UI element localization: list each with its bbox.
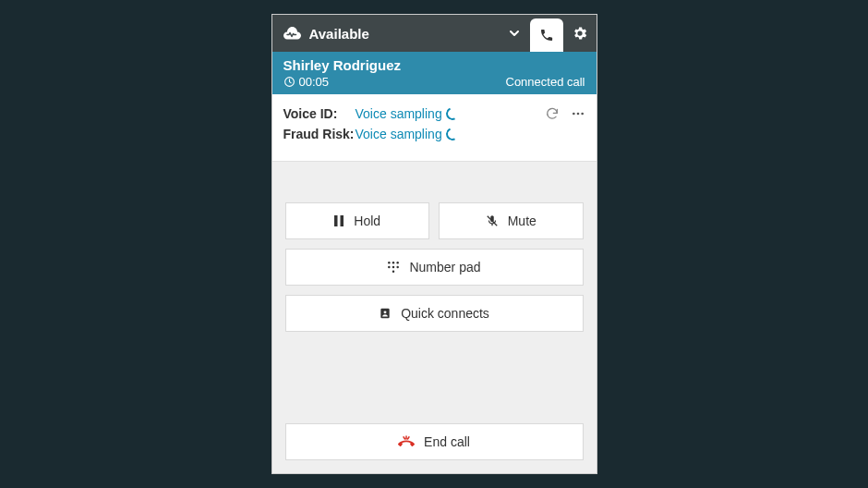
clock-icon [283,76,295,88]
more-menu-button[interactable] [571,106,585,121]
quick-connects-label: Quick connects [401,306,489,321]
svg-point-12 [397,266,399,268]
hold-label: Hold [354,214,380,228]
call-timer: 00:05 [283,75,402,89]
heartbeat-cloud-icon [282,26,302,41]
svg-rect-5 [341,215,344,226]
call-status: Connected call [506,75,585,89]
number-pad-label: Number pad [409,260,480,274]
contacts-icon [379,307,392,320]
status-dropdown-toggle[interactable] [508,15,530,52]
voice-id-value: Voice sampling [356,106,459,121]
svg-point-2 [576,113,579,116]
voice-id-panel: Voice ID: Voice sampling Fraud Risk: Voi… [272,94,597,162]
quick-connects-button[interactable]: Quick connects [285,295,584,332]
svg-point-1 [573,113,575,116]
svg-rect-4 [334,215,338,226]
controls-area: Hold Mute Number pad [272,162,597,473]
refresh-button[interactable] [545,106,560,121]
status-label: Available [309,26,369,42]
svg-point-7 [389,262,391,263]
end-call-button[interactable]: End call [285,423,584,460]
svg-point-3 [581,113,584,116]
status-selector[interactable]: Available [272,15,508,52]
svg-point-13 [392,270,394,272]
header-bar: Available [272,15,597,52]
svg-point-11 [392,266,394,268]
svg-point-9 [397,262,399,263]
chevron-down-icon [508,27,521,40]
mute-label: Mute [508,214,536,228]
phone-tab[interactable] [530,18,563,52]
fraud-risk-label: Fraud Risk: [283,127,356,141]
svg-point-15 [384,311,387,313]
fraud-risk-value: Voice sampling [356,127,459,141]
dialpad-icon [387,261,400,274]
hold-button[interactable]: Hold [285,202,430,239]
voice-id-label: Voice ID: [283,106,356,121]
pause-icon [333,214,344,227]
gear-icon [572,25,588,42]
svg-point-10 [389,266,391,268]
phone-icon [539,28,554,43]
end-call-label: End call [424,434,470,449]
caller-info-bar: Shirley Rodriguez 00:05 Connected call [272,52,597,94]
number-pad-button[interactable]: Number pad [285,249,584,286]
svg-point-8 [392,262,394,263]
caller-name: Shirley Rodriguez [283,57,402,73]
timer-value: 00:05 [299,75,330,89]
spinner-icon [444,126,461,142]
mute-button[interactable]: Mute [439,202,584,239]
mic-off-icon [486,214,499,228]
ccp-panel: Available Shirley Rodriguez 00: [271,14,597,474]
settings-button[interactable] [563,15,597,52]
spinner-icon [444,105,461,122]
end-call-icon [398,435,415,448]
